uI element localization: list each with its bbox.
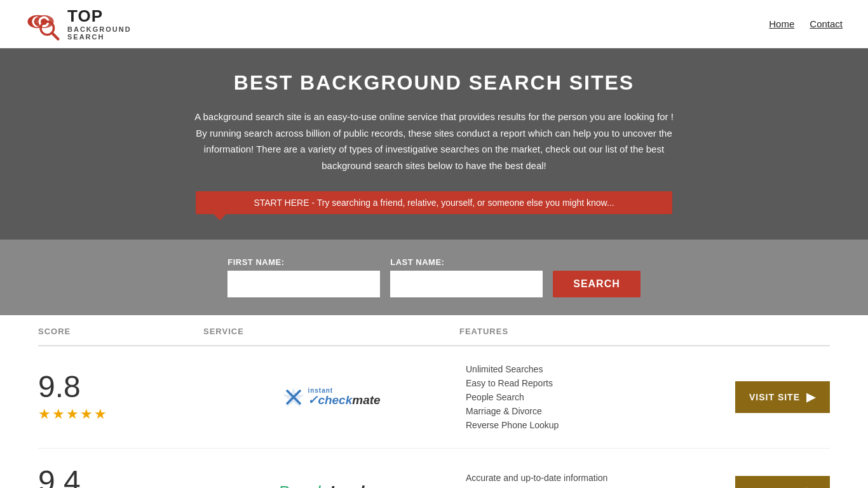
visit-cell-1: VISIT SITE ▶ — [715, 381, 830, 413]
site-header: TOP BACKGROUNDSEARCH Home Contact — [0, 0, 868, 48]
table-header: SCORE SERVICE FEATURES — [38, 315, 830, 346]
checkmate-logo-text: instant ✓checkmate — [308, 387, 380, 407]
checkmate-logo: instant ✓checkmate — [282, 386, 380, 409]
visit-site-button-1[interactable]: VISIT SITE ▶ — [735, 381, 830, 413]
main-nav: Home Contact — [769, 18, 843, 29]
col-action — [715, 327, 830, 336]
peoplelooker-logo: PeopleLooker — [278, 482, 385, 489]
last-name-group: LAST NAME: — [390, 257, 543, 297]
checkmate-logo-icon — [282, 386, 305, 409]
score-cell-2: 9.4 ★★★★☆ — [38, 466, 203, 488]
col-score: SCORE — [38, 327, 203, 336]
feature-1-2: Easy to Read Reports — [466, 378, 715, 388]
search-banner: START HERE - Try searching a friend, rel… — [196, 191, 672, 214]
table-row: 9.8 ★★★★★ instant ✓checkmate Unlimited S… — [38, 346, 830, 449]
table-row: 9.4 ★★★★☆ PeopleLooker Accurate and up-t… — [38, 449, 830, 488]
score-number-2: 9.4 — [38, 466, 81, 488]
visit-site-label-1: VISIT SITE — [749, 392, 800, 402]
col-features: FEATURES — [459, 327, 715, 336]
features-cell-1: Unlimited Searches Easy to Read Reports … — [459, 364, 715, 430]
logo-bottom: BACKGROUNDSEARCH — [67, 25, 132, 41]
looker-text: Looker — [330, 482, 385, 489]
first-name-label: FIRST NAME: — [227, 257, 380, 267]
feature-1-3: People Search — [466, 392, 715, 402]
feature-1-4: Marriage & Divorce — [466, 406, 715, 416]
results-section: SCORE SERVICE FEATURES 9.8 ★★★★★ instant… — [0, 315, 868, 488]
search-form: FIRST NAME: LAST NAME: SEARCH — [13, 257, 855, 297]
checkmate-label-check: ✓checkmate — [308, 394, 380, 407]
visit-site-button-2[interactable]: VISIT SITE ▶ — [735, 476, 830, 488]
logo-icon — [25, 6, 64, 41]
nav-contact[interactable]: Contact — [810, 18, 843, 29]
svg-line-8 — [52, 33, 58, 39]
feature-1-5: Reverse Phone Lookup — [466, 420, 715, 430]
score-number-1: 9.8 — [38, 372, 81, 402]
nav-home[interactable]: Home — [769, 18, 794, 29]
feature-2-1: Accurate and up-to-date information — [466, 473, 715, 483]
first-name-input[interactable] — [227, 271, 380, 297]
peoplelooker-logo-text: PeopleLooker — [278, 482, 385, 489]
score-cell-1: 9.8 ★★★★★ — [38, 372, 203, 423]
col-service: SERVICE — [203, 327, 459, 336]
visit-arrow-icon-2: ▶ — [806, 485, 816, 488]
search-banner-text: START HERE - Try searching a friend, rel… — [254, 198, 614, 208]
last-name-input[interactable] — [390, 271, 543, 297]
first-name-group: FIRST NAME: — [227, 257, 380, 297]
feature-1-1: Unlimited Searches — [466, 364, 715, 374]
logo-text: TOP BACKGROUNDSEARCH — [67, 7, 132, 41]
visit-arrow-icon-1: ▶ — [806, 390, 816, 404]
service-cell-2: PeopleLooker — [203, 482, 459, 489]
hero-section: BEST BACKGROUND SEARCH SITES A backgroun… — [0, 48, 868, 240]
logo-top: TOP — [67, 7, 132, 25]
hero-description: A background search site is an easy-to-u… — [193, 109, 675, 173]
hero-title: BEST BACKGROUND SEARCH SITES — [13, 71, 855, 95]
search-button[interactable]: SEARCH — [553, 271, 641, 297]
visit-cell-2: VISIT SITE ▶ — [715, 476, 830, 488]
people-text: People — [278, 482, 330, 489]
service-cell-1: instant ✓checkmate — [203, 386, 459, 409]
features-cell-2: Accurate and up-to-date information Unli… — [459, 473, 715, 488]
stars-1: ★★★★★ — [38, 406, 108, 423]
last-name-label: LAST NAME: — [390, 257, 543, 267]
logo: TOP BACKGROUNDSEARCH — [25, 6, 132, 41]
search-form-wrapper: FIRST NAME: LAST NAME: SEARCH — [0, 240, 868, 315]
